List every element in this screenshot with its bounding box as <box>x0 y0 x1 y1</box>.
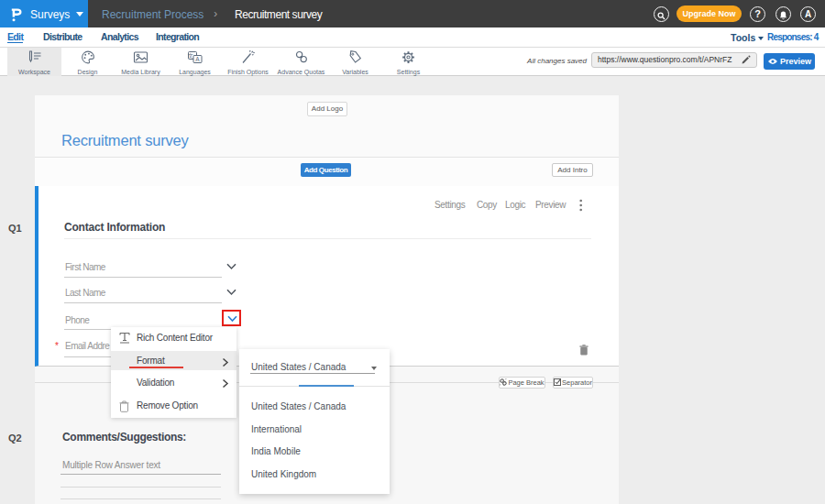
svg-text:文: 文 <box>188 52 193 59</box>
svg-text:A: A <box>195 56 200 62</box>
